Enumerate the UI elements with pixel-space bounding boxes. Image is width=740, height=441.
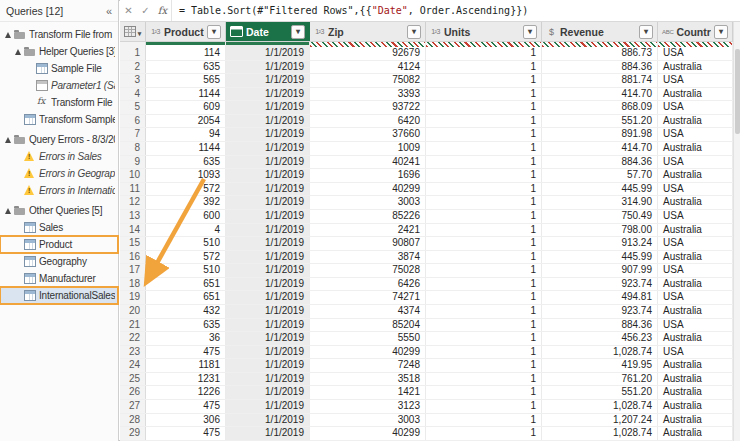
cell-country[interactable]: USA (658, 264, 733, 277)
select-all-corner-button[interactable] (120, 22, 146, 41)
cell-units[interactable]: 1 (426, 128, 542, 141)
cell-productid[interactable]: 36 (146, 332, 226, 345)
cell-country[interactable]: USA (658, 101, 733, 114)
cell-productid[interactable]: 114 (146, 47, 226, 60)
cell-zip[interactable]: 4374 (310, 305, 426, 318)
query-list-item[interactable]: Helper Queries [3] (0, 43, 118, 60)
query-list-item[interactable]: Errors in Internation... (0, 182, 118, 199)
cell-country[interactable]: Australia (658, 278, 733, 291)
cell-date[interactable]: 1/1/2019 (226, 400, 310, 413)
cell-units[interactable]: 1 (426, 47, 542, 60)
cell-revenue[interactable]: 551.20 (542, 115, 658, 128)
cell-revenue[interactable]: 445.99 (542, 183, 658, 196)
column-header[interactable]: Revenue (542, 22, 658, 41)
cell-date[interactable]: 1/1/2019 (226, 359, 310, 372)
cell-zip[interactable]: 1009 (310, 142, 426, 155)
cell-country[interactable]: Australia (658, 196, 733, 209)
cell-country[interactable]: Australia (658, 427, 733, 440)
row-number[interactable]: 25 (120, 373, 146, 386)
cell-productid[interactable]: 635 (146, 61, 226, 74)
cell-date[interactable]: 1/1/2019 (226, 332, 310, 345)
query-list-item[interactable]: Other Queries [5] (0, 202, 118, 219)
cell-revenue[interactable]: 913.24 (542, 237, 658, 250)
cell-revenue[interactable]: 761.20 (542, 373, 658, 386)
cell-productid[interactable]: 572 (146, 183, 226, 196)
row-number[interactable]: 9 (120, 156, 146, 169)
cell-date[interactable]: 1/1/2019 (226, 196, 310, 209)
cell-date[interactable]: 1/1/2019 (226, 291, 310, 304)
row-number[interactable]: 29 (120, 427, 146, 440)
cell-date[interactable]: 1/1/2019 (226, 183, 310, 196)
cell-date[interactable]: 1/1/2019 (226, 156, 310, 169)
cell-revenue[interactable]: 1,207.24 (542, 414, 658, 427)
query-list-item[interactable]: Parameter1 (Sampl... (0, 77, 118, 94)
row-number[interactable]: 8 (120, 142, 146, 155)
row-number[interactable]: 6 (120, 115, 146, 128)
cell-units[interactable]: 1 (426, 291, 542, 304)
cell-country[interactable]: Australia (658, 332, 733, 345)
cell-country[interactable]: Australia (658, 142, 733, 155)
cell-revenue[interactable]: 1,028.74 (542, 400, 658, 413)
cell-zip[interactable]: 6426 (310, 278, 426, 291)
cell-units[interactable]: 1 (426, 169, 542, 182)
cell-zip[interactable]: 3123 (310, 400, 426, 413)
query-list-item[interactable]: Geography (0, 253, 118, 270)
cell-country[interactable]: Australia (658, 169, 733, 182)
cell-date[interactable]: 1/1/2019 (226, 224, 310, 237)
cell-country[interactable]: USA (658, 237, 733, 250)
cell-date[interactable]: 1/1/2019 (226, 237, 310, 250)
cell-country[interactable]: Australia (658, 373, 733, 386)
row-number[interactable]: 4 (120, 88, 146, 101)
column-filter-button[interactable] (523, 25, 537, 39)
cell-revenue[interactable]: 884.36 (542, 61, 658, 74)
cell-date[interactable]: 1/1/2019 (226, 210, 310, 223)
query-list-item[interactable]: Transform Sample File (0, 111, 118, 128)
cell-productid[interactable]: 1231 (146, 373, 226, 386)
cell-zip[interactable]: 3003 (310, 196, 426, 209)
cell-productid[interactable]: 475 (146, 427, 226, 440)
cell-units[interactable]: 1 (426, 183, 542, 196)
query-list-item[interactable]: Errors in Sales (0, 148, 118, 165)
cell-units[interactable]: 1 (426, 74, 542, 87)
row-number[interactable]: 19 (120, 291, 146, 304)
row-number[interactable]: 3 (120, 74, 146, 87)
cell-date[interactable]: 1/1/2019 (226, 373, 310, 386)
cell-revenue[interactable]: 551.20 (542, 386, 658, 399)
cell-zip[interactable]: 40299 (310, 427, 426, 440)
cell-units[interactable]: 1 (426, 251, 542, 264)
row-number[interactable]: 28 (120, 414, 146, 427)
cell-zip[interactable]: 3393 (310, 88, 426, 101)
cell-date[interactable]: 1/1/2019 (226, 346, 310, 359)
row-number[interactable]: 13 (120, 210, 146, 223)
row-number[interactable]: 23 (120, 346, 146, 359)
cell-country[interactable]: USA (658, 128, 733, 141)
cell-date[interactable]: 1/1/2019 (226, 319, 310, 332)
cell-zip[interactable]: 85226 (310, 210, 426, 223)
cell-date[interactable]: 1/1/2019 (226, 88, 310, 101)
cell-revenue[interactable]: 57.70 (542, 169, 658, 182)
cell-productid[interactable]: 600 (146, 210, 226, 223)
column-header[interactable]: ProductID (146, 22, 226, 41)
cell-country[interactable]: USA (658, 156, 733, 169)
cell-units[interactable]: 1 (426, 142, 542, 155)
query-list-item[interactable]: Sales (0, 219, 118, 236)
cell-zip[interactable]: 4124 (310, 61, 426, 74)
row-number[interactable]: 17 (120, 264, 146, 277)
cell-revenue[interactable]: 419.95 (542, 359, 658, 372)
cell-productid[interactable]: 1093 (146, 169, 226, 182)
cell-units[interactable]: 1 (426, 359, 542, 372)
cell-zip[interactable]: 5550 (310, 332, 426, 345)
row-number[interactable]: 5 (120, 101, 146, 114)
cell-country[interactable]: USA (658, 291, 733, 304)
cell-zip[interactable]: 3003 (310, 414, 426, 427)
cell-date[interactable]: 1/1/2019 (226, 142, 310, 155)
cell-zip[interactable]: 37660 (310, 128, 426, 141)
cell-units[interactable]: 1 (426, 400, 542, 413)
cell-revenue[interactable]: 798.00 (542, 224, 658, 237)
cell-revenue[interactable]: 414.70 (542, 142, 658, 155)
cell-productid[interactable]: 475 (146, 400, 226, 413)
cell-zip[interactable]: 3874 (310, 251, 426, 264)
cell-zip[interactable]: 6420 (310, 115, 426, 128)
cell-zip[interactable]: 93722 (310, 101, 426, 114)
query-list-item[interactable]: Sample File (0, 60, 118, 77)
